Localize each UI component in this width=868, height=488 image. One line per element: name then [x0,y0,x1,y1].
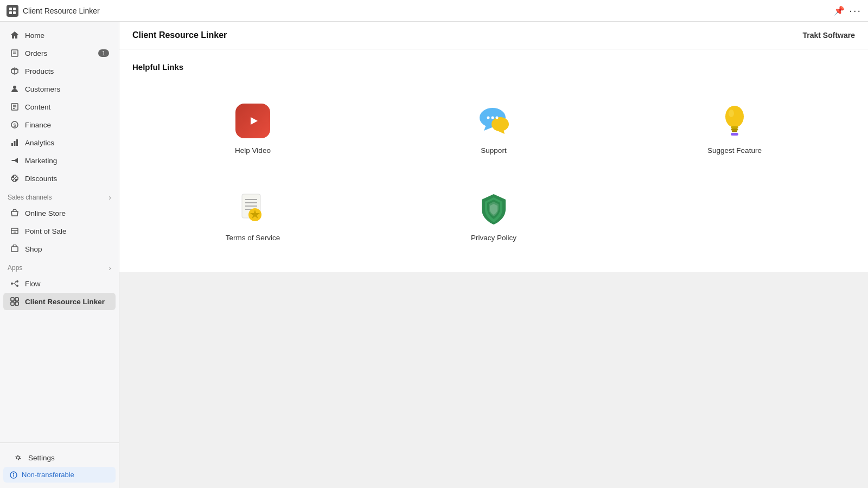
sales-channels-label: Sales channels [8,194,52,201]
topbar-actions: 📌 ··· [834,4,861,17]
svg-rect-4 [11,50,18,56]
sidebar-item-marketing[interactable]: Marketing [3,152,116,169]
terms-of-service-label: Terms of Service [226,234,280,242]
sidebar-item-client-resource-linker[interactable]: Client Resource Linker [3,293,116,310]
sidebar-item-content[interactable]: Content [3,98,116,115]
sidebar-label-home: Home [25,31,44,40]
link-item-privacy-policy[interactable]: Privacy Policy [373,172,614,259]
orders-badge: 1 [98,49,109,57]
marketing-icon [10,156,20,165]
shop-icon [10,244,20,254]
app-header: Client Resource Linker Trakt Software [119,22,868,49]
svg-point-28 [16,285,18,287]
client-resource-linker-icon [10,297,20,306]
app-header-title: Client Resource Linker [132,30,227,40]
svg-rect-18 [16,139,18,146]
app-content: Helpful Links Help Video [119,49,868,272]
sidebar-item-finance[interactable]: $ Finance [3,116,116,133]
sidebar-label-marketing: Marketing [25,157,57,165]
sidebar-item-shop[interactable]: Shop [3,240,116,258]
sidebar-item-analytics[interactable]: Analytics [3,134,116,151]
app-header-brand: Trakt Software [803,31,855,40]
privacy-policy-label: Privacy Policy [471,234,516,242]
sidebar-label-customers: Customers [25,85,60,93]
apps-label: Apps [8,264,22,272]
sidebar-item-customers[interactable]: Customers [3,80,116,98]
apps-chevron: › [108,264,111,272]
content-area: Client Resource Linker Trakt Software He… [119,22,868,488]
svg-rect-0 [9,8,12,10]
online-store-icon [10,208,20,218]
sidebar-footer: Settings Non-transferable [0,442,119,488]
svg-point-42 [725,106,744,127]
svg-point-35 [14,473,14,473]
sidebar-item-point-of-sale[interactable]: Point of Sale [3,222,116,240]
sidebar-label-products: Products [25,67,54,75]
helpful-links-title: Helpful Links [132,62,855,72]
svg-rect-49 [731,133,738,136]
app-icon [7,5,18,17]
svg-rect-22 [11,228,18,234]
link-item-help-video[interactable]: Help Video [132,85,373,172]
svg-point-39 [487,117,490,119]
svg-rect-30 [15,298,18,301]
more-options-icon[interactable]: ··· [849,4,861,17]
support-icon [475,102,513,140]
svg-point-43 [729,110,734,117]
svg-rect-16 [11,143,13,146]
help-video-label: Help Video [235,146,271,155]
products-icon [10,66,20,76]
svg-rect-25 [11,247,18,252]
svg-marker-36 [251,117,258,125]
point-of-sale-icon [10,226,20,236]
sidebar-item-home[interactable]: Home [3,27,116,44]
sidebar-nav: Home Orders 1 Products Customers [0,22,119,442]
sidebar-item-orders[interactable]: Orders 1 [3,44,116,62]
help-video-icon [234,102,272,140]
sidebar-label-finance: Finance [25,121,51,129]
sales-channels-section[interactable]: Sales channels › [0,188,119,204]
svg-point-40 [492,117,494,119]
sidebar-label-content: Content [25,103,50,111]
sidebar-label-point-of-sale: Point of Sale [25,227,67,235]
svg-rect-44 [731,126,738,129]
svg-text:$: $ [13,123,16,128]
links-grid: Help Video [132,85,855,259]
content-icon [10,102,20,112]
svg-point-27 [16,280,18,282]
svg-rect-3 [13,11,16,14]
link-item-suggest-feature[interactable]: Suggest Feature [614,85,855,172]
main-layout: Home Orders 1 Products Customers [0,22,868,488]
sidebar-item-online-store[interactable]: Online Store [3,204,116,222]
svg-rect-17 [14,141,16,146]
sidebar-item-discounts[interactable]: Discounts [3,170,116,187]
home-icon [10,30,20,40]
sales-channels-chevron: › [108,193,111,202]
svg-rect-32 [15,302,18,305]
pin-icon[interactable]: 📌 [834,5,845,16]
svg-rect-1 [13,8,16,10]
sidebar-item-products[interactable]: Products [3,62,116,80]
discounts-icon [10,174,20,183]
sidebar-label-settings: Settings [28,454,55,462]
sidebar-label-orders: Orders [25,49,47,57]
analytics-icon [10,138,20,147]
sidebar-label-client-resource-linker: Client Resource Linker [25,298,105,306]
sidebar-item-settings[interactable]: Settings [7,449,112,466]
sidebar-label-shop: Shop [25,245,42,253]
suggest-feature-label: Suggest Feature [707,146,762,155]
flow-icon [10,279,20,288]
topbar-title: Client Resource Linker [23,7,829,15]
apps-section[interactable]: Apps › [0,258,119,274]
sidebar-item-flow[interactable]: Flow [3,275,116,292]
sidebar-label-online-store: Online Store [25,209,66,217]
svg-rect-31 [11,302,14,305]
non-transferable-item[interactable]: Non-transferable [3,467,116,483]
support-label: Support [481,146,506,155]
link-item-terms-of-service[interactable]: Terms of Service [132,172,373,259]
link-item-support[interactable]: Support [373,85,614,172]
sidebar-label-flow: Flow [25,280,41,288]
svg-point-26 [11,282,13,285]
svg-rect-2 [9,11,12,14]
svg-point-38 [492,117,509,131]
